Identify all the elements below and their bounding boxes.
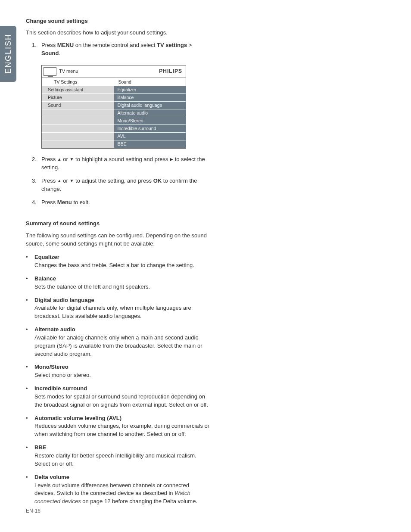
page-number: EN-16: [26, 507, 40, 515]
bullet: •: [26, 473, 34, 506]
setting-desc: Available for analog channels only when …: [34, 334, 202, 357]
menu-left-header: TV Settings: [42, 78, 114, 86]
setting-name: Automatic volume leveling (AVL): [34, 414, 211, 423]
setting-desc: Changes the bass and treble. Select a ba…: [34, 262, 194, 268]
summary-heading: Summary of sound settings: [26, 220, 211, 228]
bullet: •: [26, 275, 34, 291]
summary-intro: The following sound settings can be conf…: [26, 232, 211, 248]
menu-item: Incredible surround: [114, 125, 186, 133]
menu-item: Settings assistant: [42, 86, 114, 94]
bullet: •: [26, 326, 34, 358]
step-number: 3.: [32, 177, 41, 193]
section-title: Change sound settings: [26, 17, 211, 25]
setting-desc: Levels out volume differences between ch…: [34, 482, 197, 505]
menu-title: TV menu: [59, 68, 78, 75]
setting-desc: Restore clarity for better speech intell…: [34, 452, 196, 467]
language-label: ENGLISH: [3, 34, 14, 74]
step-number: 1.: [32, 41, 41, 58]
menu-item: BBE: [114, 140, 186, 148]
step-number: 2.: [32, 156, 41, 172]
setting-desc: Available for digital channels only, whe…: [34, 305, 191, 319]
step-number: 4.: [32, 199, 41, 207]
setting-desc: Reduces sudden volume changes, for examp…: [34, 423, 209, 437]
bullet: •: [26, 253, 34, 270]
step-text: Press Menu to exit.: [41, 199, 211, 207]
setting-desc: Select mono or stereo.: [34, 372, 91, 378]
setting-name: Balance: [34, 275, 211, 283]
step-text: Press MENU on the remote control and sel…: [41, 41, 211, 58]
tv-icon: [44, 67, 56, 76]
menu-item: [42, 117, 114, 125]
menu-item: Digital audio language: [114, 102, 186, 109]
bullet: •: [26, 296, 34, 321]
menu-item: [42, 140, 114, 148]
setting-name: Digital audio language: [34, 296, 211, 305]
menu-item: Balance: [114, 94, 186, 102]
menu-item: Equalizer: [114, 86, 186, 94]
menu-item: [42, 125, 114, 133]
setting-name: Incredible surround: [34, 385, 211, 393]
setting-name: BBE: [34, 444, 211, 452]
language-tab: ENGLISH: [0, 26, 16, 82]
setting-name: Equalizer: [34, 253, 211, 261]
setting-desc: Sets the balance of the left and right s…: [34, 283, 150, 290]
menu-item: Mono/Stereo: [114, 117, 186, 125]
menu-item: Sound: [42, 102, 114, 109]
step-text: Press ▲ or ▼ to adjust the setting, and …: [41, 177, 211, 193]
section-intro: This section describes how to adjust you…: [26, 29, 211, 37]
setting-name: Delta volume: [34, 473, 211, 482]
setting-name: Alternate audio: [34, 326, 211, 334]
bullet: •: [26, 444, 34, 468]
bullet: •: [26, 414, 34, 439]
menu-item: [42, 133, 114, 140]
menu-item: Picture: [42, 94, 114, 102]
brand-label: PHILIPS: [159, 68, 182, 75]
step-text: Press ▲ or ▼ to highlight a sound settin…: [41, 156, 211, 172]
bullet: •: [26, 363, 34, 380]
setting-desc: Sets modes for spatial or surround sound…: [34, 393, 208, 408]
bullet: •: [26, 385, 34, 409]
menu-item: [42, 109, 114, 117]
menu-item: AVL: [114, 133, 186, 140]
setting-name: Mono/Stereo: [34, 363, 211, 371]
menu-item: Alternate audio: [114, 109, 186, 117]
tv-menu-screenshot: TV menu PHILIPS TV Settings Settings ass…: [41, 65, 186, 149]
menu-right-header: Sound: [114, 78, 186, 86]
